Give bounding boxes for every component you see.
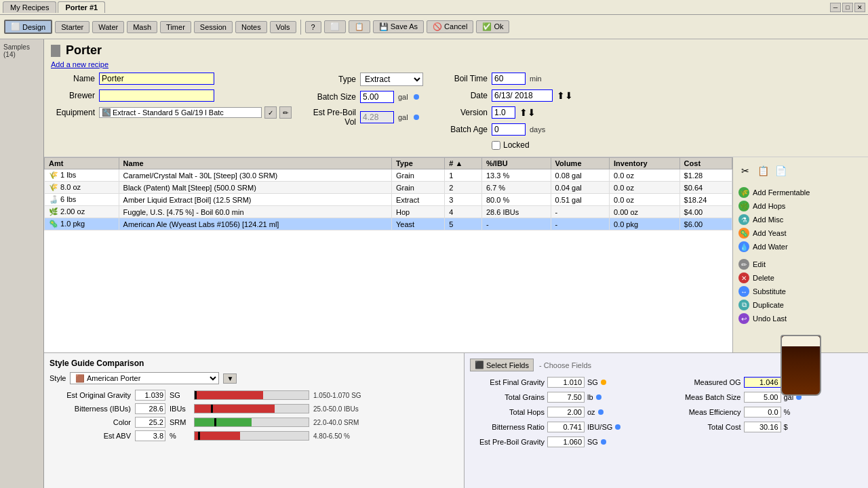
table-row[interactable]: 🌾 1 lbs Caramel/Crystal Malt - 30L [Stee… <box>45 169 732 182</box>
stat-total-cost: Total Cost $ <box>667 422 863 432</box>
version-input[interactable] <box>492 106 515 119</box>
equipment-field[interactable]: 🔧 Extract - Standard 5 Gal/19 l Batc <box>99 107 262 118</box>
date-input[interactable] <box>492 89 553 102</box>
add-misc-btn[interactable]: ⚗ Add Misc <box>736 213 865 226</box>
tab-porter[interactable]: Porter #1 <box>58 1 105 13</box>
stat-mbs-value[interactable] <box>744 392 781 403</box>
stat-mog-value[interactable] <box>744 377 781 388</box>
toolbar-timer[interactable]: Timer <box>160 21 191 33</box>
table-row[interactable]: 🌿 2.00 oz Fuggle, U.S. [4.75 %] - Boil 6… <box>45 206 732 218</box>
add-misc-icon: ⚗ <box>738 214 749 225</box>
boil-time-input[interactable] <box>492 73 526 85</box>
close-btn[interactable]: ✕ <box>854 3 865 12</box>
paste-icon[interactable]: 📄 <box>774 164 787 178</box>
choose-fields-label: - Choose Fields <box>539 361 591 369</box>
style-select[interactable]: 🟫 American Porter <box>70 372 219 384</box>
sg-color-value[interactable] <box>135 417 165 428</box>
toolbar-design[interactable]: ⬜ Design <box>4 20 52 34</box>
equipment-row: Equipment 🔧 Extract - Standard 5 Gal/19 … <box>51 106 292 119</box>
stat-tg-value[interactable] <box>547 392 585 403</box>
stat-efg-label: Est Final Gravity <box>470 378 545 386</box>
sg-color-range-label: 22.0-40.0 SRM <box>313 419 388 426</box>
grid-btn[interactable]: ⬜ <box>324 20 346 33</box>
stat-me-value[interactable] <box>744 407 781 418</box>
undo-last-btn[interactable]: ↩ Undo Last <box>736 312 865 325</box>
minimize-btn[interactable]: ─ <box>830 3 841 12</box>
toolbar-starter[interactable]: Starter <box>55 21 90 33</box>
toolbar-session[interactable]: Session <box>194 21 233 33</box>
version-spinner[interactable]: ⬆⬇ <box>519 107 536 118</box>
copy-btn[interactable]: 📋 <box>349 20 370 33</box>
maximize-btn[interactable]: □ <box>842 3 853 12</box>
brewer-input[interactable] <box>99 89 214 102</box>
substitute-btn[interactable]: ↔ Substitute <box>736 285 865 298</box>
est-preboil-input[interactable] <box>360 111 394 123</box>
help-btn[interactable]: ? <box>305 21 321 33</box>
locked-checkbox[interactable] <box>492 141 500 150</box>
title-bar-controls: ─ □ ✕ <box>830 3 865 12</box>
toolbar-vols[interactable]: Vols <box>270 21 296 33</box>
version-row: Version ⬆⬇ <box>443 106 573 119</box>
sg-og-range-label: 1.050-1.070 SG <box>313 392 388 399</box>
sg-og-value[interactable] <box>135 390 165 401</box>
stat-tc-unit: $ <box>784 423 788 431</box>
batch-age-input[interactable] <box>492 123 526 136</box>
stat-epg-value[interactable] <box>547 436 585 447</box>
toolbar-notes[interactable]: Notes <box>235 21 267 33</box>
equipment-field-row: 🔧 Extract - Standard 5 Gal/19 l Batc ✓ ✏ <box>99 106 292 119</box>
cancel-btn[interactable]: 🚫 Cancel <box>427 20 473 33</box>
col-name[interactable]: Name <box>119 158 391 169</box>
cell-amt: 🍶 6 lbs <box>45 194 119 206</box>
sg-ibu-value[interactable] <box>135 403 165 414</box>
stat-tc-value[interactable] <box>744 422 781 432</box>
toolbar-water[interactable]: Water <box>92 21 124 33</box>
type-select[interactable]: Extract All Grain Partial Mash <box>360 73 423 86</box>
stat-efg-value[interactable] <box>547 377 585 388</box>
cell-volume: - <box>551 206 609 218</box>
stat-th-label: Total Hops <box>470 408 545 416</box>
style-select-btn[interactable]: ▼ <box>223 373 237 384</box>
cell-cost: $6.00 <box>679 218 732 230</box>
date-spinner[interactable]: ⬆⬇ <box>557 90 573 101</box>
batch-size-input[interactable] <box>360 91 394 103</box>
sg-og-bar <box>194 390 309 400</box>
cell-inventory: 0.0 pkg <box>610 218 680 230</box>
tab-my-recipes[interactable]: My Recipes <box>3 1 56 13</box>
boil-time-unit: min <box>530 75 542 83</box>
add-hops-icon: 🌿 <box>738 201 749 211</box>
select-fields-btn[interactable]: ⬛ Select Fields <box>470 359 534 371</box>
table-scroll-area[interactable]: Amt Name Type # ▲ %/IBU Volume Inventory… <box>44 157 732 352</box>
locked-row: Locked <box>443 140 573 150</box>
save-as-btn[interactable]: 💾 Save As <box>373 20 424 33</box>
copy-icon[interactable]: 📋 <box>756 164 770 178</box>
stat-br-value[interactable] <box>547 422 585 432</box>
add-hops-btn[interactable]: 🌿 Add Hops <box>736 199 865 213</box>
cell-type: Hop <box>391 206 444 218</box>
add-yeast-btn[interactable]: 🦠 Add Yeast <box>736 226 865 240</box>
name-row: Name <box>51 73 292 85</box>
table-row[interactable]: 🍶 6 lbs Amber Liquid Extract [Boil] (12.… <box>45 194 732 206</box>
sg-abv-value[interactable] <box>135 430 165 441</box>
left-panel-samples: Samples (14) <box>1 42 42 60</box>
table-row[interactable]: 🌾 8.0 oz Black (Patent) Malt [Steep] (50… <box>45 182 732 194</box>
add-recipe-link[interactable]: Add a new recipe <box>51 60 861 68</box>
cell-num: 1 <box>445 169 482 182</box>
duplicate-btn[interactable]: ⧉ Duplicate <box>736 298 865 312</box>
stat-tg-label: Total Grains <box>470 393 545 401</box>
name-input[interactable] <box>99 73 214 85</box>
ok-btn[interactable]: ✅ Ok <box>476 20 509 33</box>
est-preboil-unit: gal <box>398 113 408 121</box>
toolbar-mash[interactable]: Mash <box>127 21 157 33</box>
cell-name: Caramel/Crystal Malt - 30L [Steep] (30.0… <box>119 169 391 182</box>
sg-ibu-range-label: 25.0-50.0 IBUs <box>313 405 388 413</box>
table-row[interactable]: 🦠 1.0 pkg American Ale (Wyeast Labs #105… <box>45 218 732 230</box>
scissors-icon[interactable]: ✂ <box>738 164 752 178</box>
edit-btn[interactable]: ✏ Edit <box>736 258 865 271</box>
delete-btn[interactable]: ✕ Delete <box>736 271 865 285</box>
equipment-edit-btn[interactable]: ✏ <box>279 106 292 119</box>
equipment-check-btn[interactable]: ✓ <box>264 106 277 119</box>
stat-th-value[interactable] <box>547 407 585 418</box>
add-water-btn[interactable]: 💧 Add Water <box>736 240 865 253</box>
sg-color-range <box>195 418 252 426</box>
add-fermentable-btn[interactable]: 🌾 Add Fermentable <box>736 186 865 199</box>
